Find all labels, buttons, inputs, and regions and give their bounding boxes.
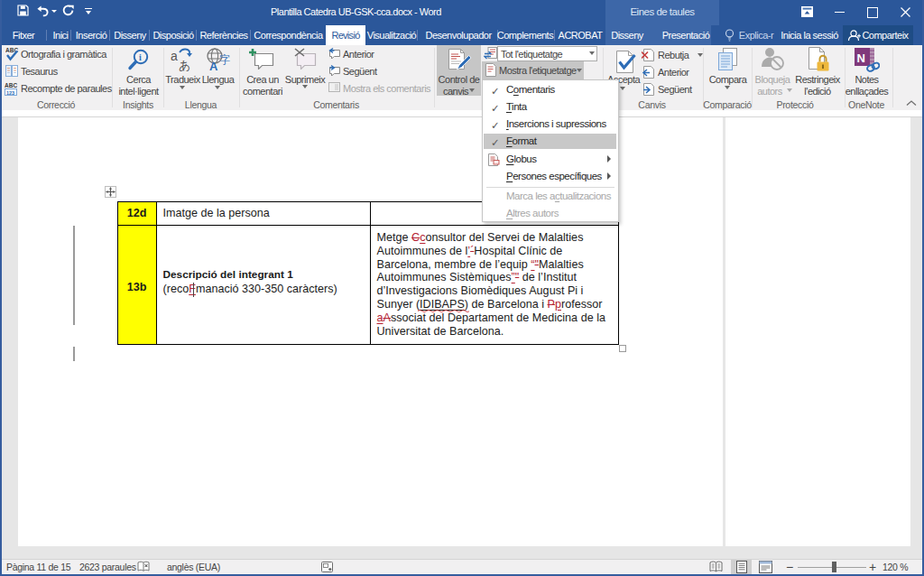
svg-text:a: a	[171, 49, 178, 63]
svg-text:123: 123	[6, 90, 14, 96]
svg-text:ABC: ABC	[5, 82, 17, 88]
svg-text:A: A	[209, 60, 218, 71]
svg-text:あ: あ	[179, 59, 190, 71]
svg-text:字: 字	[219, 53, 230, 66]
svg-text:i: i	[139, 52, 142, 62]
svg-text:N: N	[857, 51, 865, 65]
